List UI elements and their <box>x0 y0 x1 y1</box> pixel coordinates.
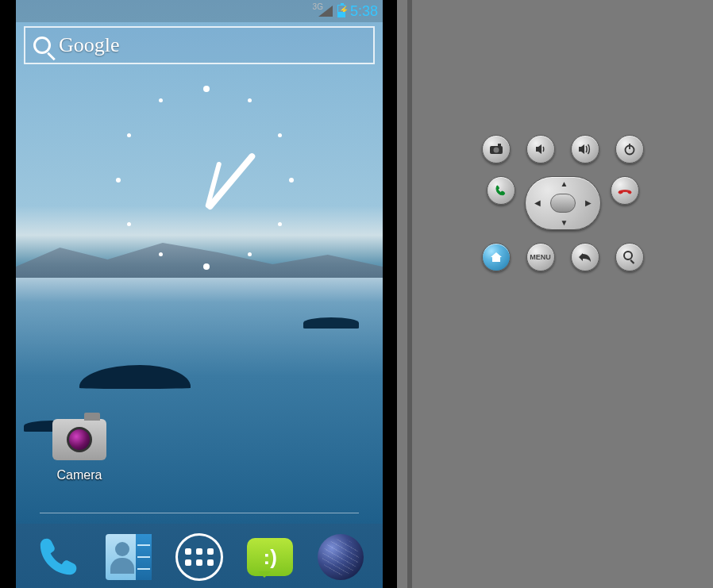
hw-power-button[interactable] <box>615 135 644 163</box>
contacts-icon <box>106 534 152 580</box>
dock-messaging[interactable]: :) <box>245 532 295 582</box>
svg-rect-6 <box>630 259 634 264</box>
clock-text: 5:38 <box>350 3 378 20</box>
signal-icon <box>318 6 333 17</box>
browser-icon <box>318 534 364 580</box>
network-indicator: 3G <box>308 6 333 17</box>
volume-up-icon <box>577 142 593 156</box>
hw-dpad-up[interactable]: ▲ <box>561 179 568 188</box>
back-icon <box>577 251 593 263</box>
hw-dpad[interactable]: ▲ ▼ ◀ ▶ <box>525 176 601 230</box>
hw-volume-down-button[interactable] <box>526 135 555 163</box>
app-drawer-icon <box>175 533 223 581</box>
hw-camera-button[interactable] <box>482 135 511 163</box>
search-icon <box>622 250 637 264</box>
dock-contacts[interactable] <box>104 532 153 582</box>
device-screen[interactable]: 3G ⚡ 5:38 Google <box>16 0 383 588</box>
dock-phone[interactable] <box>33 532 83 582</box>
hw-search-button[interactable] <box>615 243 644 271</box>
messaging-icon: :) <box>247 538 293 576</box>
hw-dpad-right[interactable]: ▶ <box>585 198 592 207</box>
home-icon <box>489 251 503 263</box>
hw-call-button[interactable] <box>487 176 515 205</box>
dock-divider <box>40 513 359 513</box>
svg-rect-4 <box>629 144 630 149</box>
svg-point-5 <box>624 252 632 259</box>
call-icon <box>494 183 508 198</box>
menu-label: MENU <box>530 253 551 261</box>
svg-rect-1 <box>498 144 501 147</box>
wallpaper-water <box>16 278 383 524</box>
control-row-1 <box>412 135 713 163</box>
emulator-control-panel: ▲ ▼ ◀ ▶ MENU 1!2@3#4$5%6^7&8*9(0) QW~E"R… <box>407 0 713 588</box>
emulator-device-frame: 3G ⚡ 5:38 Google <box>0 0 397 588</box>
volume-down-icon <box>534 142 548 156</box>
power-icon <box>623 143 636 156</box>
control-row-3: MENU <box>412 243 713 271</box>
wallpaper-rock <box>303 317 359 329</box>
hw-home-button[interactable] <box>482 243 511 271</box>
camera-icon <box>489 144 503 155</box>
dock: :) <box>16 526 383 588</box>
phone-icon <box>36 535 80 579</box>
dock-browser[interactable] <box>316 532 365 582</box>
analog-clock-widget[interactable] <box>111 86 302 276</box>
end-call-icon <box>617 186 633 195</box>
camera-label: Camera <box>40 468 119 482</box>
status-bar[interactable]: 3G ⚡ 5:38 <box>16 0 383 22</box>
camera-icon <box>52 419 106 460</box>
hw-menu-button[interactable]: MENU <box>526 243 555 271</box>
search-placeholder: Google <box>59 33 120 57</box>
search-icon <box>33 37 51 54</box>
hw-back-button[interactable] <box>571 243 599 271</box>
svg-point-2 <box>493 148 499 153</box>
hw-dpad-left[interactable]: ◀ <box>534 198 541 207</box>
battery-icon: ⚡ <box>337 5 345 17</box>
hw-dpad-down[interactable]: ▼ <box>561 218 568 227</box>
google-search-widget[interactable]: Google <box>24 26 375 64</box>
control-row-2: ▲ ▼ ◀ ▶ <box>412 176 713 230</box>
hw-volume-up-button[interactable] <box>571 135 599 163</box>
camera-shortcut[interactable]: Camera <box>40 419 119 482</box>
dock-apps[interactable] <box>175 532 224 582</box>
hw-end-call-button[interactable] <box>611 176 639 205</box>
hw-dpad-center[interactable] <box>550 194 576 213</box>
